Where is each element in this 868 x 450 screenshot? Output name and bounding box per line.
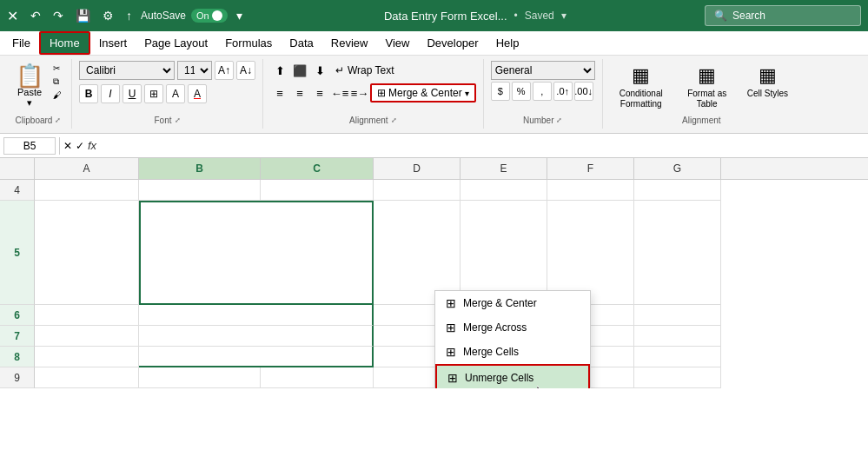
paste-button[interactable]: 📋 Paste ▾: [12, 61, 47, 112]
merge-center-button[interactable]: ⊞ Merge & Center ▾: [370, 83, 476, 103]
font-expand-icon[interactable]: ⤢: [175, 116, 181, 124]
cell-a8[interactable]: [35, 347, 139, 367]
cell-c9[interactable]: [261, 367, 374, 388]
search-box[interactable]: 🔍 Search: [705, 5, 861, 26]
decrease-decimal-btn[interactable]: .00↓: [574, 82, 593, 101]
cell-a9[interactable]: [35, 367, 139, 388]
row-header-5[interactable]: 5: [0, 201, 35, 305]
row-header-4[interactable]: 4: [0, 180, 35, 201]
align-center-btn[interactable]: ≡: [290, 83, 309, 103]
wrap-text-button[interactable]: ↵ Wrap Text: [330, 61, 400, 80]
currency-btn[interactable]: $: [491, 82, 510, 101]
copy-button[interactable]: ⧉: [50, 76, 64, 88]
menu-insert[interactable]: Insert: [90, 33, 136, 53]
fx-icon[interactable]: fx: [88, 139, 96, 152]
comma-btn[interactable]: ,: [533, 82, 552, 101]
cell-d5[interactable]: [374, 201, 461, 305]
menu-data[interactable]: Data: [281, 33, 321, 53]
indent-decrease-btn[interactable]: ←≡: [330, 83, 349, 103]
percent-btn[interactable]: %: [512, 82, 531, 101]
cell-g9[interactable]: [634, 367, 721, 388]
more-btn[interactable]: ▾: [233, 7, 246, 24]
row-header-6[interactable]: 6: [0, 305, 35, 326]
align-middle-btn[interactable]: ⬛: [290, 61, 309, 80]
menu-home[interactable]: Home: [39, 31, 90, 55]
menu-file[interactable]: File: [3, 33, 39, 53]
bold-btn[interactable]: B: [79, 84, 98, 103]
fill-color-btn[interactable]: A: [166, 84, 185, 103]
align-top-btn[interactable]: ⬆: [270, 61, 289, 80]
dropdown-merge-cells[interactable]: ⊞ Merge Cells: [435, 340, 590, 364]
increase-decimal-btn[interactable]: .0↑: [553, 82, 573, 101]
italic-btn[interactable]: I: [101, 84, 120, 103]
cell-f5[interactable]: [547, 201, 634, 305]
merge-dropdown-arrow[interactable]: ▾: [465, 89, 469, 98]
row-header-8[interactable]: 8: [0, 347, 35, 367]
increase-font-btn[interactable]: A↑: [215, 61, 234, 80]
cell-d4[interactable]: [374, 180, 461, 201]
cell-g8[interactable]: [634, 347, 721, 367]
font-color-btn[interactable]: A: [188, 84, 207, 103]
font-size-select[interactable]: 11: [177, 61, 212, 80]
align-right-btn[interactable]: ≡: [310, 83, 329, 103]
col-header-e[interactable]: E: [461, 158, 547, 179]
col-header-a[interactable]: A: [35, 158, 139, 179]
menu-review[interactable]: Review: [322, 33, 377, 53]
cell-b9[interactable]: [139, 367, 261, 388]
col-header-d[interactable]: D: [374, 158, 461, 179]
redo-btn[interactable]: ↷: [50, 7, 67, 24]
align-bottom-btn[interactable]: ⬇: [310, 61, 329, 80]
number-format-select[interactable]: General: [491, 61, 595, 80]
format-painter-button[interactable]: 🖌: [50, 89, 64, 101]
cell-g6[interactable]: [634, 305, 721, 326]
col-header-c[interactable]: C: [261, 158, 374, 179]
cell-e4[interactable]: [461, 180, 547, 201]
menu-developer[interactable]: Developer: [418, 33, 487, 53]
share-btn[interactable]: ↑: [123, 7, 136, 24]
row-header-7[interactable]: 7: [0, 326, 35, 347]
menu-formulas[interactable]: Formulas: [216, 33, 281, 53]
cell-c4[interactable]: [261, 180, 374, 201]
menu-page-layout[interactable]: Page Layout: [136, 33, 216, 53]
cancel-icon[interactable]: ✕: [63, 140, 72, 152]
cell-reference[interactable]: [3, 137, 56, 155]
indent-increase-btn[interactable]: ≡→: [350, 83, 369, 103]
col-header-b[interactable]: B: [139, 158, 261, 179]
cut-button[interactable]: ✂: [50, 63, 64, 74]
format-as-table-button[interactable]: ▦ Format as Table: [676, 61, 739, 113]
cell-g4[interactable]: [634, 180, 721, 201]
cell-f4[interactable]: [547, 180, 634, 201]
undo-btn[interactable]: ↶: [27, 7, 44, 24]
border-btn[interactable]: ⊞: [144, 84, 163, 103]
align-left-btn[interactable]: ≡: [270, 83, 289, 103]
menu-view[interactable]: View: [376, 33, 418, 53]
clipboard-expand-icon[interactable]: ⤢: [55, 116, 61, 124]
save-btn[interactable]: 💾: [72, 7, 94, 24]
number-expand-icon[interactable]: ⤢: [556, 116, 562, 124]
font-name-select[interactable]: Calibri: [79, 61, 175, 80]
underline-btn[interactable]: U: [123, 84, 142, 103]
row-header-9[interactable]: 9: [0, 367, 35, 388]
formula-input[interactable]: [100, 138, 865, 154]
col-header-g[interactable]: G: [634, 158, 721, 179]
autosave-toggle[interactable]: On: [191, 9, 228, 23]
cell-a7[interactable]: [35, 326, 139, 347]
menu-help[interactable]: Help: [487, 33, 528, 53]
cell-g7[interactable]: [634, 326, 721, 347]
cell-b4[interactable]: [139, 180, 261, 201]
cell-styles-button[interactable]: ▦ Cell Styles: [742, 61, 793, 103]
customize-btn[interactable]: ⚙: [99, 7, 117, 24]
confirm-icon[interactable]: ✓: [76, 140, 84, 152]
dropdown-unmerge-cells[interactable]: ⊞ Unmerge Cells: [435, 364, 590, 388]
dropdown-merge-across[interactable]: ⊞ Merge Across: [435, 315, 590, 340]
cell-e5[interactable]: [461, 201, 547, 305]
cell-a4[interactable]: [35, 180, 139, 201]
cell-g5[interactable]: [634, 201, 721, 305]
cell-a5[interactable]: [35, 201, 139, 305]
cell-a6[interactable]: [35, 305, 139, 326]
conditional-formatting-button[interactable]: ▦ Conditional Formatting: [610, 61, 673, 113]
alignment-expand-icon[interactable]: ⤢: [391, 116, 397, 124]
col-header-f[interactable]: F: [547, 158, 634, 179]
cell-b5[interactable]: [139, 201, 374, 305]
dropdown-merge-center[interactable]: ⊞ Merge & Center: [435, 291, 590, 315]
